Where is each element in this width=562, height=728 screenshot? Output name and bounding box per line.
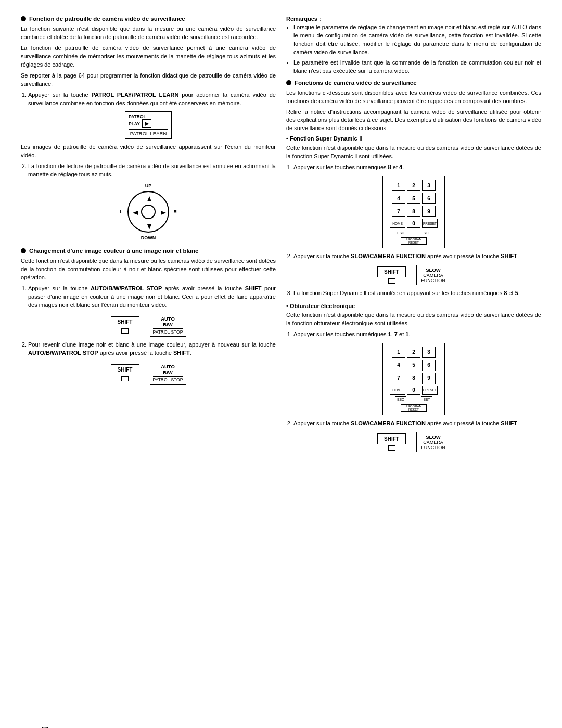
key2-7: 7 [392,373,405,384]
shift-button-block1: SHIFT [111,316,139,334]
couleur-step1: Appuyer sur la touche AUTO/B/W/PATROL ST… [28,285,276,310]
subsection-obturateur: • Obturateur électronique Cette fonction… [286,303,541,452]
keypad2: 1 2 3 4 5 6 7 8 [382,343,445,415]
keypad2-row2: 4 5 6 [386,360,441,371]
keypad1-home-preset-row: HOME 0 PRESET [386,219,441,228]
couleur-step2: Pour revenir d'une image noir et blanc à… [28,341,276,357]
keypad1-row1: 1 2 3 [386,180,441,191]
key2-3: 3 [422,347,436,358]
section-patrouille-title: Fonction de patrouille de caméra vidéo d… [21,16,276,22]
remarques-list: Lorsque le paramètre de réglage de chang… [293,23,541,75]
patrol-diagram-block: PATROL PLAY ▶ PATROL LEARN [21,111,276,139]
key-home1: HOME [390,219,405,228]
key2-home: HOME [390,386,405,395]
key2-reset: SET [421,396,432,403]
section-patrouille: Fonction de patrouille de caméra vidéo d… [21,16,276,240]
keypad2-row1: 1 2 3 [386,347,441,358]
key-5: 5 [407,193,420,204]
auto-bw-box2: AUTO B/W PATROL STOP [150,362,186,385]
patrouille-steps: Appuyer sur la touche PATROL PLAY/PATROL… [28,91,276,108]
keypad2-block: 1 2 3 4 5 6 7 8 [286,343,541,415]
key-reset1: SET [421,229,432,236]
joystick-outer-ring [127,191,169,233]
patrol-label: PATROL [129,114,146,119]
key2-preset: PRESET [422,386,438,395]
key-prog-reset1: PROGRAMRESET [401,237,427,245]
key2-4: 4 [392,360,405,371]
key2-6: 6 [422,360,436,371]
key-2: 2 [407,180,420,191]
key2-8: 8 [407,373,420,384]
svg-marker-0 [147,196,151,201]
patrouille-para2: La fonction de patrouille de caméra vidé… [21,44,276,69]
section-fonctions-title: Fonctions de caméra vidéo de surveillanc… [286,80,541,86]
super-dynamic-step3: La fonction Super Dynamic Ⅱ est annulée … [293,289,541,298]
key-4: 4 [392,193,405,204]
remarque-item2: Le paramètre est invalide tant que la co… [293,59,541,75]
shift-small-indicator2 [121,376,129,381]
keypad1-esc-reset-row: ESC SET [386,229,441,236]
shift-slow-cam-diagram2: SHIFT SLOW CAMERA FUNCTION [286,432,541,452]
key-8: 8 [407,206,420,217]
key-7: 7 [392,206,405,217]
obturateur-step2: Appuyer sur la touche SLOW/CAMERA FUNCTI… [293,419,541,428]
key2-0: 0 [407,386,420,395]
obturateur-title: • Obturateur électronique [286,303,541,309]
shift-small-indicator1 [121,328,129,334]
right-column: Remarques : Lorsque le paramètre de régl… [286,16,541,459]
super-dynamic-step1: Appuyer sur les touches numériques 8 et … [293,163,541,172]
remarque-item1: Lorsque le paramètre de réglage de chang… [293,23,541,57]
shift-slow-cam-diagram1: SHIFT SLOW CAMERA FUNCTION [286,265,541,285]
super-dynamic-steps2: Appuyer sur la touche SLOW/CAMERA FUNCTI… [293,252,541,261]
patrol-diagram: PATROL PLAY ▶ PATROL LEARN [125,111,172,139]
key-1: 1 [392,180,405,191]
joystick-block: UP L R DOWN [21,183,276,240]
joystick-arrows-svg [129,192,170,234]
keypad1-row2: 4 5 6 [386,193,441,204]
camera-label2: CAMERA [419,440,447,445]
super-dynamic-steps: Appuyer sur les touches numériques 8 et … [293,163,541,172]
remarques-section: Remarques : Lorsque le paramètre de régl… [286,16,541,75]
patrouille-step2: La fonction de lecture de patrouille de … [28,162,276,179]
left-column: Fonction de patrouille de caméra vidéo d… [21,16,276,459]
keypad2-esc-reset-row: ESC SET [386,396,441,403]
key2-5: 5 [407,360,420,371]
key2-prog-reset: PROGRAMRESET [401,404,427,412]
slow-cam-box1: SLOW CAMERA FUNCTION [416,265,450,285]
patrol-play-button: ▶ [142,119,151,128]
bullet-fonctions-icon [286,80,291,85]
patrol-stop-label1: PATROL STOP [153,328,183,335]
keypad1: 1 2 3 4 5 6 7 8 [382,176,445,248]
section-couleur-title: Changement d'une image couleur à une ima… [21,248,276,254]
bullet-icon [21,16,26,21]
patrol-stop-label2: PATROL STOP [153,376,183,382]
joystick-down-label: DOWN [141,235,156,240]
joystick-up-label: UP [145,183,152,188]
fonctions-para1: Les fonctions ci-dessous sont disponible… [286,89,541,106]
shift-block-right1: SHIFT [377,266,406,284]
function-label2: FUNCTION [419,445,447,450]
auto-label1: AUTO [153,316,183,322]
shift-small-right1 [388,278,395,284]
key2-9: 9 [422,373,436,384]
slow-label2: SLOW [419,434,447,440]
patrouille-para1: La fonction suivante n'est disponible qu… [21,25,276,42]
super-dynamic-step2: Appuyer sur la touche SLOW/CAMERA FUNCTI… [293,252,541,261]
play-row: PLAY ▶ [129,119,168,128]
keypad2-home-preset-row: HOME 0 PRESET [386,386,441,395]
key2-2: 2 [407,347,420,358]
shift-auto-bw-diagram1: SHIFT AUTO B/W PATROL STOP [21,314,276,337]
remarques-header: Remarques : [286,16,541,22]
key-0-1: 0 [407,219,420,228]
section-fonctions: Fonctions de caméra vidéo de surveillanc… [286,80,541,452]
joystick-diagram: UP L R DOWN [120,183,177,240]
page-number: 59 [42,726,48,728]
shift-auto-bw-diagram2: SHIFT AUTO B/W PATROL STOP [21,362,276,385]
joystick-left-label: L [120,209,123,214]
key2-1: 1 [392,347,405,358]
super-dynamic-steps3: La fonction Super Dynamic Ⅱ est annulée … [293,289,541,298]
bw-label1: B/W [153,322,183,327]
key-esc1: ESC [395,229,406,236]
couleur-para1: Cette fonction n'est disponible que dans… [21,257,276,282]
svg-marker-1 [147,224,151,229]
